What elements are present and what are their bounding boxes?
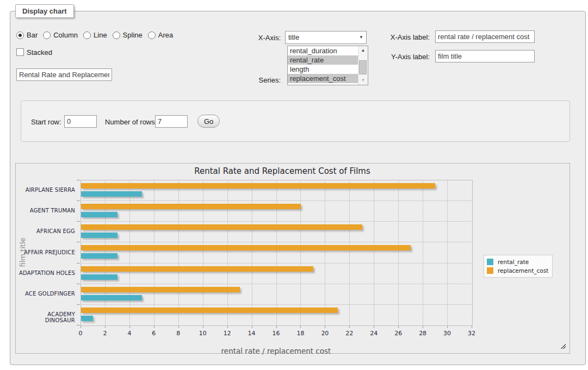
x-tick-mark [81, 325, 81, 328]
resize-handle-icon[interactable] [560, 343, 566, 349]
y-axis-title: film title [18, 230, 27, 274]
bar-rental_rate [81, 233, 117, 238]
chart-type-option-line[interactable]: Line [83, 31, 107, 39]
gridline [81, 304, 472, 305]
x-tick-mark [300, 325, 301, 328]
x-tick-mark [325, 325, 325, 328]
stacked-checkbox[interactable] [16, 48, 24, 56]
gridline [423, 180, 423, 325]
x-tick-label: 14 [243, 330, 261, 337]
number-of-rows-input[interactable] [155, 115, 188, 128]
start-row-label: Start row: [31, 118, 61, 126]
gridline [81, 284, 472, 284]
x-tick-label: 6 [145, 330, 163, 337]
y-tick-mark [77, 221, 80, 222]
radio-icon[interactable] [148, 32, 156, 39]
series-option-replacement-cost[interactable]: replacement_cost [288, 74, 358, 83]
y-tick-mark [77, 180, 80, 180]
chart-type-label: Area [158, 31, 173, 39]
x-tick-label: 0 [71, 330, 90, 337]
chart-type-option-column[interactable]: Column [43, 31, 78, 39]
stacked-label: Stacked [27, 48, 52, 57]
chart-container: Rental Rate and Replacement Cost of Film… [15, 163, 570, 354]
series-option-rental-rate[interactable]: rental_rate [288, 55, 358, 65]
x-axis-label-caption: X-Axis label: [381, 33, 430, 41]
go-button[interactable]: Go [197, 115, 220, 128]
x-tick-mark [472, 325, 472, 328]
series-option-rental-duration[interactable]: rental_duration [288, 46, 358, 55]
chart-type-option-area[interactable]: Area [148, 31, 173, 39]
x-tick-mark [178, 325, 179, 328]
legend-swatch-rental_rate [487, 259, 493, 265]
x-tick-mark [276, 325, 277, 328]
x-tick-mark [349, 325, 350, 328]
chart-type-option-spline[interactable]: Spline [113, 31, 143, 39]
y-tick-mark [77, 263, 80, 264]
scroll-up-icon[interactable]: ▲ [358, 46, 368, 55]
y-axis-label-input[interactable] [435, 50, 535, 62]
chart-type-options: BarColumnLineSplineArea [16, 31, 178, 41]
scrollbar-thumb[interactable] [359, 60, 367, 74]
chart-title-input[interactable] [16, 68, 112, 81]
x-tick-label: 18 [291, 330, 310, 337]
y-axis-label-caption: Y-Axis label: [381, 53, 430, 61]
x-tick-label: 8 [169, 330, 188, 337]
stacked-option[interactable]: Stacked [16, 48, 52, 57]
x-tick-label: 2 [96, 330, 114, 337]
legend-row: replacement_cost [487, 266, 548, 275]
x-tick-mark [105, 325, 106, 328]
x-tick-mark [227, 325, 228, 328]
gridline [325, 180, 325, 325]
gridline [227, 180, 228, 325]
scroll-down-icon[interactable]: ▼ [358, 76, 368, 85]
chart-type-label: Spline [123, 31, 143, 39]
chart-title: Rental Rate and Replacement Cost of Film… [16, 166, 549, 176]
bar-replacement_cost [81, 287, 240, 292]
x-tick-label: 22 [340, 330, 358, 337]
bar-rental_rate [81, 316, 93, 321]
x-axis-label-input[interactable] [435, 30, 535, 43]
row-range-fieldset [21, 101, 570, 142]
radio-icon[interactable] [43, 32, 51, 39]
x-tick-mark [374, 325, 374, 328]
gridline [398, 180, 399, 325]
x-tick-mark [447, 325, 448, 328]
gridline [154, 180, 154, 325]
gridline [81, 263, 472, 264]
radio-icon[interactable] [113, 32, 120, 39]
gridline [105, 180, 106, 325]
x-tick-label: 30 [438, 330, 456, 337]
y-tick-label: AGENT TRUMAN [16, 208, 75, 214]
series-scrollbar[interactable]: ▲ ▼ [358, 46, 368, 85]
y-tick-label: AIRPLANE SIERRA [16, 187, 75, 193]
gridline [252, 180, 252, 325]
number-of-rows-label: Number of rows: [105, 118, 157, 126]
gridline [276, 180, 277, 325]
gridline [81, 200, 472, 201]
start-row-input[interactable] [64, 115, 97, 128]
legend-row: rental_rate [487, 258, 548, 266]
chart-type-option-bar[interactable]: Bar [16, 31, 38, 39]
x-axis-select[interactable]: title ▼ [285, 31, 367, 44]
x-tick-label: 12 [218, 330, 237, 337]
chart-legend: rental_ratereplacement_cost [484, 255, 553, 278]
gridline [81, 221, 472, 222]
y-tick-mark [77, 284, 80, 284]
x-tick-mark [154, 325, 154, 328]
x-tick-label: 26 [389, 330, 407, 337]
gridline [349, 180, 350, 325]
y-tick-mark [77, 242, 80, 242]
legend-label: replacement_cost [498, 267, 548, 274]
fieldset-legend: Display chart [15, 4, 74, 18]
series-multiselect[interactable]: rental_durationrental_ratelengthreplacem… [287, 46, 368, 85]
radio-icon[interactable] [16, 32, 24, 39]
gridline [300, 180, 301, 325]
bar-rental_rate [81, 253, 117, 259]
radio-icon[interactable] [83, 32, 91, 39]
y-tick-mark [77, 200, 80, 201]
bar-replacement_cost [81, 204, 301, 209]
x-axis-title: rental rate / replacement cost [81, 347, 472, 355]
legend-swatch-replacement_cost [487, 267, 493, 274]
chart-type-label: Column [53, 31, 78, 39]
series-option-length[interactable]: length [288, 65, 358, 74]
